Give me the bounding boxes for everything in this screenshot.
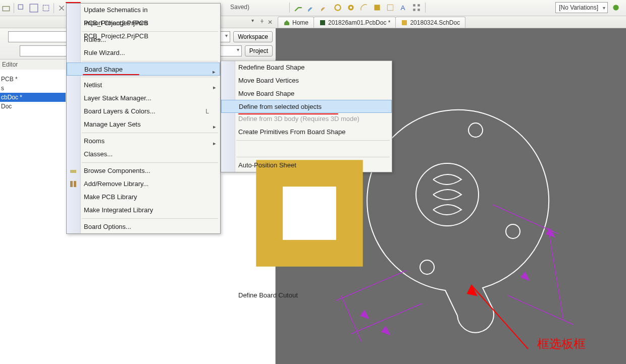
svg-point-18 [468,123,483,137]
tool-text-icon[interactable]: A [398,3,408,13]
tool-route-multi-icon[interactable] [320,3,330,13]
svg-rect-7 [374,5,380,10]
svg-rect-11 [418,4,420,7]
tool-pad-icon[interactable] [333,3,343,13]
submenu-move-board-shape[interactable]: Move Board Shape [221,87,392,100]
tab-schdoc-label: 20180324.SchDoc [410,18,460,28]
svg-rect-8 [387,5,393,10]
tab-home-label: Home [292,18,308,28]
tool-array-icon[interactable] [411,3,422,13]
board-shape-submenu: Redefine Board Shape Move Board Vertices… [221,60,392,172]
tool-zoom-fit-icon[interactable] [29,3,39,13]
menu-rule-wizard[interactable]: Rule Wizard... [67,46,220,59]
svg-line-28 [548,228,563,321]
svg-marker-24 [360,311,369,319]
tab-home[interactable]: Home [278,17,314,28]
tool-open-icon[interactable] [1,3,11,13]
menu-rules[interactable]: Rules... [67,33,220,46]
svg-point-6 [350,7,352,9]
svg-rect-13 [418,9,420,11]
svg-marker-30 [546,229,554,237]
home-icon [283,19,290,26]
workspace-button[interactable]: Workspace [233,31,273,42]
shortcut-label: L [205,105,209,118]
design-menu: Update Schematics in PCB_Project2.PrjPCB… [66,3,221,234]
tree-row-item[interactable]: s [0,84,66,93]
cutout-icon [238,278,381,286]
svg-rect-37 [283,187,336,240]
submenu-define-from-selected[interactable]: Define from selected objects [221,100,392,113]
editor-label: Editor [0,59,66,70]
library-icon [69,179,77,188]
svg-rect-10 [413,4,415,7]
tool-arc-icon[interactable] [359,3,369,13]
svg-rect-3 [43,5,48,11]
tool-poly-icon[interactable] [385,3,395,13]
panel-close-icon[interactable]: ✕ [268,19,273,26]
svg-rect-15 [320,20,325,25]
submenu-redefine-board-shape[interactable]: Redefine Board Shape [221,61,392,74]
svg-point-14 [613,5,618,10]
tool-zoom-area-icon[interactable] [17,3,27,13]
svg-point-4 [335,5,340,10]
menu-layer-stack[interactable]: Layer Stack Manager... [67,92,220,105]
tree-row-project[interactable]: PCB * [0,75,66,84]
sch-doc-icon [401,19,408,26]
svg-rect-0 [3,6,10,11]
tool-cut-icon[interactable] [57,3,67,13]
tab-schdoc[interactable]: 20180324.SchDoc [395,17,465,28]
svg-rect-34 [70,181,73,187]
submenu-define-board-cutout[interactable]: Define Board Cutout [221,142,392,155]
svg-rect-35 [74,181,76,187]
tool-route-icon[interactable] [293,3,303,13]
tree-row-item[interactable]: Doc [0,102,66,111]
svg-point-17 [416,163,479,226]
tool-variation-apply-icon[interactable] [611,3,621,13]
svg-rect-2 [30,4,38,12]
svg-text:A: A [400,4,405,12]
tab-pcbdoc[interactable]: 201826am01.PcbDoc * [314,17,396,28]
menu-make-integrated-library[interactable]: Make Integrated Library [67,204,220,217]
svg-marker-29 [521,272,529,280]
components-icon [69,166,77,174]
menu-manage-layer-sets[interactable]: Manage Layer Sets [67,118,220,131]
svg-line-31 [472,285,528,349]
menu-netlist[interactable]: Netlist [67,79,220,92]
svg-marker-25 [382,327,390,335]
menu-classes[interactable]: Classes... [67,148,220,161]
menu-board-layers[interactable]: Board Layers & Colors...L [67,105,220,118]
svg-rect-12 [413,9,415,11]
tool-zoom-sel-icon[interactable] [41,3,51,13]
menu-make-pcb-library[interactable]: Make PCB Library [67,191,220,204]
menu-add-remove-library[interactable]: Add/Remove Library... [67,177,220,191]
submenu-auto-position-sheet[interactable]: Auto-Position Sheet [221,159,392,172]
tool-route-diff-icon[interactable] [306,3,317,13]
tool-via-icon[interactable] [346,3,356,13]
svg-point-19 [506,224,520,238]
tree-row-selected[interactable]: cbDoc * [0,93,66,102]
svg-rect-33 [70,170,76,173]
svg-point-20 [420,260,434,274]
project-button[interactable]: Project [245,45,273,56]
menu-update-schematics[interactable]: Update Schematics in PCB_Project2.PrjPCB [67,4,220,17]
submenu-create-primitives[interactable]: Create Primitives From Board Shape [221,126,392,139]
menu-board-options[interactable]: Board Options... [67,220,220,233]
svg-marker-32 [467,285,477,295]
variations-dropdown[interactable]: [No Variations] [555,2,608,13]
panel-menu-icon[interactable]: ▾ [251,18,256,27]
pcb-doc-icon [319,19,326,26]
tab-pcbdoc-label: 201826am01.PcbDoc * [328,18,390,28]
svg-line-23 [341,295,361,342]
svg-rect-1 [18,5,23,9]
saved-status-label: Saved) [230,4,249,11]
document-tab-bar: Home 201826am01.PcbDoc * 20180324.SchDoc [276,16,626,28]
submenu-move-board-vertices[interactable]: Move Board Vertices [221,74,392,87]
menu-browse-components[interactable]: Browse Components... [67,164,220,177]
svg-rect-16 [402,20,407,25]
annotation-text: 框选板框 [537,336,586,352]
tool-fill-icon[interactable] [372,3,382,13]
menu-import-changes[interactable]: Import Changes From PCB_Project2.PrjPCB [67,17,220,30]
panel-pin-icon[interactable] [258,19,266,26]
projects-tree[interactable]: PCB * s cbDoc * Doc [0,75,66,111]
menu-rooms[interactable]: Rooms [67,135,220,148]
